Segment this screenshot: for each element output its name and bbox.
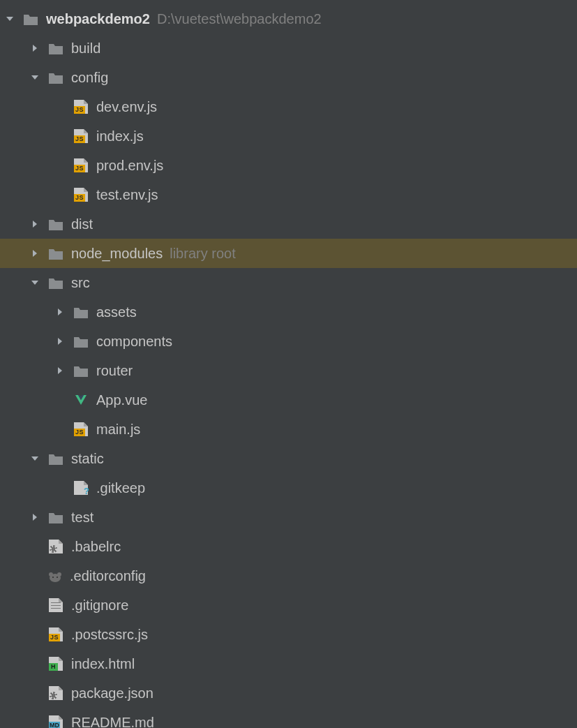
expand-arrow-icon[interactable] <box>56 308 70 316</box>
tree-row-components[interactable]: components <box>0 327 577 356</box>
tree-label: .babelrc <box>71 539 121 555</box>
tree-row-index-js[interactable]: JS index.js <box>0 121 577 151</box>
js-file-icon: JS <box>73 187 89 202</box>
tree-label: components <box>96 334 172 350</box>
tree-label: .editorconfig <box>70 568 146 584</box>
expand-arrow-icon[interactable] <box>31 454 45 463</box>
tree-row-src[interactable]: src <box>0 268 577 297</box>
library-root-hint: library root <box>170 246 235 262</box>
tree-label: dev.env.js <box>96 99 157 115</box>
tree-label: node_modules <box>71 246 163 262</box>
tree-label: .gitkeep <box>96 480 145 496</box>
tree-row-dist[interactable]: dist <box>0 209 577 239</box>
expand-arrow-icon[interactable] <box>31 44 45 52</box>
tree-label: build <box>71 40 100 57</box>
tree-label: index.js <box>96 128 144 144</box>
editorconfig-icon <box>47 569 63 583</box>
tree-label: prod.env.js <box>96 158 163 174</box>
tree-label: webpackdemo2 <box>46 11 150 27</box>
folder-icon <box>47 510 64 525</box>
tree-label: package.json <box>71 685 153 701</box>
tree-label: README.md <box>71 715 154 729</box>
tree-row-node-modules[interactable]: node_modules library root <box>0 239 577 268</box>
html-file-icon: H <box>47 656 64 671</box>
tree-row-test[interactable]: test <box>0 503 577 532</box>
config-file-icon <box>47 539 64 554</box>
vue-file-icon <box>73 392 89 408</box>
tree-label: main.js <box>96 422 140 438</box>
folder-icon <box>73 363 89 378</box>
tree-label: .postcssrc.js <box>71 627 148 643</box>
js-file-icon: JS <box>73 128 89 144</box>
tree-label: App.vue <box>96 392 147 408</box>
folder-icon <box>47 70 64 85</box>
folder-icon <box>73 304 89 320</box>
js-file-icon: JS <box>73 158 89 173</box>
tree-row-postcssrc-js[interactable]: JS .postcssrc.js <box>0 620 577 649</box>
tree-row-build[interactable]: build <box>0 34 577 63</box>
tree-row-package-json[interactable]: package.json <box>0 678 577 708</box>
tree-row-test-env-js[interactable]: JS test.env.js <box>0 180 577 209</box>
expand-arrow-icon[interactable] <box>56 337 70 346</box>
tree-row-app-vue[interactable]: App.vue <box>0 385 577 415</box>
expand-arrow-icon[interactable] <box>31 249 45 258</box>
tree-row-static[interactable]: static <box>0 444 577 473</box>
expand-arrow-icon[interactable] <box>56 366 70 375</box>
folder-icon <box>73 334 89 349</box>
tree-label: src <box>71 275 90 291</box>
folder-icon <box>47 451 64 466</box>
tree-row-config[interactable]: config <box>0 63 577 92</box>
tree-row-dev-env-js[interactable]: JS dev.env.js <box>0 92 577 121</box>
tree-row-gitignore[interactable]: .gitignore <box>0 590 577 620</box>
tree-label: router <box>96 363 133 379</box>
tree-label: static <box>71 451 104 467</box>
expand-arrow-icon[interactable] <box>31 220 45 228</box>
project-tree[interactable]: webpackdemo2 D:\vuetest\webpackdemo2 bui… <box>0 0 577 728</box>
tree-row-assets[interactable]: assets <box>0 297 577 327</box>
tree-path-hint: D:\vuetest\webpackdemo2 <box>157 11 322 27</box>
markdown-file-icon: MD <box>47 715 64 728</box>
js-file-icon: JS <box>47 627 64 642</box>
tree-row-main-js[interactable]: JS main.js <box>0 415 577 444</box>
expand-arrow-icon[interactable] <box>6 15 20 23</box>
tree-label: index.html <box>71 656 135 672</box>
folder-icon <box>47 246 64 261</box>
tree-row-editorconfig[interactable]: .editorconfig <box>0 561 577 590</box>
folder-icon <box>47 216 64 232</box>
tree-label: config <box>71 70 108 86</box>
tree-row-root[interactable]: webpackdemo2 D:\vuetest\webpackdemo2 <box>0 4 577 34</box>
unknown-file-icon: ? <box>73 480 89 496</box>
tree-row-readme-md[interactable]: MD README.md <box>0 708 577 728</box>
tree-label: assets <box>96 304 137 320</box>
tree-label: .gitignore <box>71 597 128 614</box>
expand-arrow-icon[interactable] <box>31 73 45 82</box>
folder-icon <box>47 40 64 56</box>
tree-row-index-html[interactable]: H index.html <box>0 649 577 678</box>
config-file-icon <box>47 685 64 701</box>
js-file-icon: JS <box>73 99 89 114</box>
tree-label: dist <box>71 216 93 232</box>
expand-arrow-icon[interactable] <box>31 513 45 521</box>
folder-icon <box>47 275 64 290</box>
expand-arrow-icon[interactable] <box>31 278 45 287</box>
tree-label: test.env.js <box>96 187 158 203</box>
tree-label: test <box>71 510 93 526</box>
tree-row-prod-env-js[interactable]: JS prod.env.js <box>0 151 577 180</box>
tree-row-babelrc[interactable]: .babelrc <box>0 532 577 561</box>
text-file-icon <box>47 597 64 613</box>
folder-icon <box>22 11 39 27</box>
tree-row-router[interactable]: router <box>0 356 577 385</box>
tree-row-gitkeep[interactable]: ? .gitkeep <box>0 473 577 503</box>
js-file-icon: JS <box>73 422 89 437</box>
